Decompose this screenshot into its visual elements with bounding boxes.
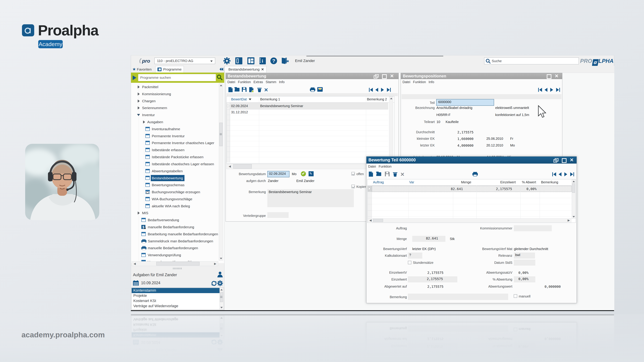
table-vscrollbar[interactable] [389, 96, 393, 163]
delete-icon[interactable] [257, 87, 262, 92]
tree-item-chargen[interactable]: Chargen [131, 97, 222, 105]
maximize-icon[interactable] [546, 74, 551, 78]
col-einzelwert[interactable]: Einzelwert [500, 180, 516, 184]
restore-icon[interactable] [554, 158, 558, 162]
program-search-input[interactable]: Programme suchen [138, 74, 216, 81]
checkbox-offen[interactable] [351, 172, 355, 175]
expand-icon[interactable] [138, 92, 140, 95]
tree-item-bearbeitung-manuelle-bedarfsanforderungen[interactable]: Bearbeitung manuelle Bedarfsanforderunge… [131, 231, 222, 238]
save-icon[interactable] [385, 172, 390, 176]
checkbox-kopierlauf[interactable] [351, 185, 355, 188]
nav-first-icon[interactable] [538, 88, 542, 92]
open-icon[interactable] [234, 87, 240, 91]
tree-item-abwertungstabellen[interactable]: Abwertungstabellen [131, 168, 222, 175]
nav-last-icon[interactable] [386, 88, 391, 92]
tree-item-istbest-nde-packst-cke-erfassen[interactable]: Istbestände Packstücke erfassen [131, 153, 222, 161]
nav-next-icon[interactable] [550, 88, 554, 92]
cancel-icon[interactable]: ✕ [264, 87, 268, 93]
table-row[interactable] [372, 211, 572, 217]
expand-icon[interactable] [138, 85, 140, 88]
collapse-sidebar-icon[interactable] [220, 67, 223, 71]
scroll-right-icon[interactable]: ► [567, 218, 570, 223]
tree-item-kommissionierung[interactable]: Kommissionierung [131, 90, 222, 97]
table-row[interactable] [230, 141, 388, 147]
menu-funktion[interactable]: Funktion [413, 80, 426, 84]
gear-icon[interactable] [217, 280, 223, 287]
tab-programme[interactable]: Programme [155, 66, 184, 72]
col-abwert[interactable]: % Abwert [522, 180, 536, 184]
maximize-icon[interactable] [562, 158, 566, 162]
tree-item-bedarfsverwendung[interactable]: Bedarfsverwendung [131, 217, 222, 224]
print-icon[interactable] [310, 87, 316, 93]
close-icon[interactable]: ✕ [570, 158, 574, 162]
nav-prev-icon[interactable] [544, 88, 548, 92]
tree-item-aktuelle-wia-nach-beleg[interactable]: aktuelle WIA nach Beleg [131, 203, 222, 210]
table-row[interactable] [230, 157, 388, 163]
table-vscrollbar[interactable] [572, 179, 576, 219]
row-gutter[interactable] [226, 136, 230, 141]
col-bewertdat[interactable]: BewertDat [231, 97, 247, 101]
scrollbar-thumb[interactable] [373, 219, 383, 222]
input-datum-stds[interactable] [514, 260, 535, 266]
row-gutter[interactable] [226, 152, 230, 157]
delete-icon[interactable] [393, 172, 397, 177]
row-gutter[interactable] [368, 204, 372, 211]
person-icon[interactable] [217, 271, 223, 278]
tree-item-ausgaben[interactable]: Ausgaben [131, 118, 222, 125]
print-icon[interactable] [472, 172, 479, 178]
task-item[interactable]: Projekte [132, 293, 220, 298]
input-kalkulationsart[interactable]: ? [408, 253, 422, 259]
input-einzelwert[interactable]: 2,175575 [408, 276, 457, 282]
input-menge[interactable]: 82.641 [412, 236, 446, 242]
tree-item-packmittel[interactable]: Packmittel [131, 83, 222, 90]
restore-icon[interactable] [374, 74, 378, 78]
menu-funktion[interactable]: Funktion [379, 165, 392, 168]
tree-item-inventur[interactable]: Inventur [131, 111, 222, 118]
scroll-up-icon[interactable] [220, 289, 223, 291]
tree-item-permanente-inventur-chaotisches-lager[interactable]: Permanente Inventur chaotisches Lager [131, 139, 222, 146]
scrollbar-thumb[interactable] [572, 183, 575, 193]
expand-icon[interactable] [138, 106, 140, 109]
tree-item-seriennummern[interactable]: Seriennummern [131, 104, 222, 111]
menu-datei[interactable]: Datei [228, 80, 235, 84]
menu-funktion[interactable]: Funktion [238, 80, 251, 84]
scroll-left-icon[interactable]: ◄ [368, 218, 372, 223]
search-icon[interactable] [217, 75, 222, 80]
input-verteilergruppe[interactable] [267, 212, 289, 218]
tree-item-verwendungspr-fung[interactable]: Verwendungsprüfung [131, 252, 222, 259]
input-bemerkung[interactable]: Bestandsbewertung Seminar [267, 189, 354, 207]
col-auftrag[interactable]: Auftrag [373, 180, 384, 184]
table-row[interactable] [230, 125, 388, 131]
tree-item-manuelle-bedarfsanforderungen[interactable]: manuelle Bedarfsanforderungen [131, 245, 222, 252]
collapse-icon[interactable] [137, 114, 140, 116]
menu-stamm[interactable]: Stamm [266, 80, 276, 84]
scroll-up-icon[interactable] [390, 98, 392, 99]
checkbox-manuell[interactable] [514, 294, 517, 298]
open-icon[interactable] [376, 172, 381, 176]
new-icon[interactable] [369, 172, 373, 177]
scroll-down-icon[interactable] [572, 216, 575, 218]
splitter-grip[interactable] [173, 268, 182, 269]
row-gutter[interactable] [226, 103, 230, 110]
refresh-icon[interactable] [211, 281, 217, 287]
row-gutter[interactable] [226, 120, 230, 125]
nav-next-icon[interactable] [381, 88, 384, 92]
layout-icon[interactable] [247, 57, 254, 64]
row-gutter[interactable] [368, 211, 372, 217]
cancel-icon[interactable]: ✕ [400, 172, 404, 177]
tree-vertical-scrollbar[interactable] [219, 83, 223, 260]
menu-extras[interactable]: Extras [254, 80, 263, 84]
row-gutter[interactable] [226, 125, 230, 131]
tree-horizontal-scrollbar[interactable]: ◄ ► [132, 261, 218, 266]
menu-datei[interactable]: Datei [368, 165, 376, 168]
tree-item-buchungsvorschl-ge-erzeugen[interactable]: Buchungsvorschläge erzeugen [131, 189, 222, 196]
tab-bestandsbewertung[interactable]: Bestandsbewertung✕ [224, 66, 266, 72]
table-row[interactable]: 02.09.2024Bestandsbewertung Seminar [230, 103, 388, 110]
selected-row[interactable]: 82.641 2,175575 0,00% [372, 186, 572, 192]
task-item[interactable]: Verträge auf Wiedervorlage [132, 304, 220, 309]
col-menge[interactable]: Menge [461, 180, 471, 184]
col-bemerkung1[interactable]: Bemerkung 1 [260, 97, 280, 101]
input-bemerkung[interactable] [408, 294, 508, 300]
checkbox-stundensaetze[interactable] [408, 261, 412, 264]
company-select[interactable]: 110 - proELECTRO AG [154, 58, 215, 64]
